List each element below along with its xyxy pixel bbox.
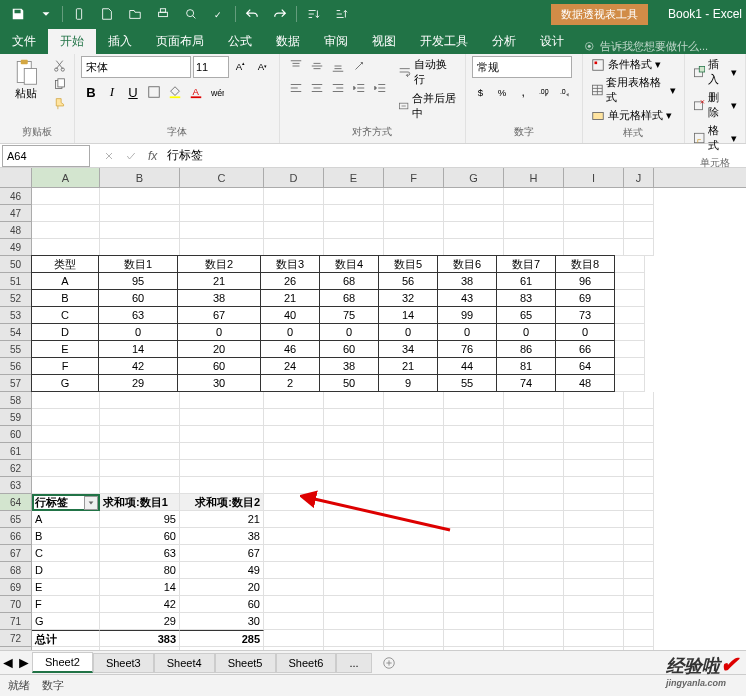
cell[interactable] bbox=[264, 545, 324, 562]
align-bottom-icon[interactable] bbox=[328, 56, 348, 76]
cell[interactable]: F bbox=[31, 357, 99, 375]
cell[interactable] bbox=[504, 426, 564, 443]
italic-button[interactable]: I bbox=[102, 82, 122, 102]
cell[interactable]: 20 bbox=[177, 340, 261, 358]
cell[interactable] bbox=[615, 341, 645, 358]
cell[interactable]: 44 bbox=[437, 357, 497, 375]
cell[interactable]: 46 bbox=[260, 340, 320, 358]
format-cells-button[interactable]: 格式 ▾ bbox=[691, 122, 739, 154]
cell[interactable]: 数目3 bbox=[260, 255, 320, 273]
cell[interactable] bbox=[564, 460, 624, 477]
row-header-64[interactable]: 64 bbox=[0, 494, 31, 511]
cell[interactable] bbox=[32, 409, 100, 426]
quick-print-icon[interactable] bbox=[149, 2, 177, 26]
cell[interactable]: 48 bbox=[555, 374, 615, 392]
cell[interactable] bbox=[615, 256, 645, 273]
cell[interactable]: 14 bbox=[378, 306, 438, 324]
add-sheet-icon[interactable] bbox=[378, 656, 400, 670]
cell[interactable] bbox=[324, 545, 384, 562]
cell[interactable]: 0 bbox=[98, 323, 178, 341]
cell[interactable]: 数目8 bbox=[555, 255, 615, 273]
col-header-A[interactable]: A bbox=[32, 168, 100, 187]
cell[interactable] bbox=[100, 460, 180, 477]
cell[interactable] bbox=[384, 579, 444, 596]
cell[interactable] bbox=[264, 494, 324, 511]
cell[interactable]: 42 bbox=[98, 357, 178, 375]
cell[interactable] bbox=[444, 511, 504, 528]
cell[interactable] bbox=[384, 392, 444, 409]
cell[interactable] bbox=[324, 528, 384, 545]
cell[interactable] bbox=[100, 392, 180, 409]
cell[interactable]: 14 bbox=[100, 579, 180, 596]
cell[interactable] bbox=[384, 494, 444, 511]
cell[interactable]: 0 bbox=[437, 323, 497, 341]
cell[interactable] bbox=[504, 613, 564, 630]
decrease-decimal-icon[interactable]: .0 bbox=[556, 82, 576, 102]
cell[interactable]: 38 bbox=[319, 357, 379, 375]
col-header-I[interactable]: I bbox=[564, 168, 624, 187]
col-header-G[interactable]: G bbox=[444, 168, 504, 187]
cell[interactable] bbox=[504, 494, 564, 511]
cell[interactable] bbox=[324, 596, 384, 613]
cell[interactable]: 30 bbox=[177, 374, 261, 392]
cell[interactable] bbox=[624, 613, 654, 630]
cell[interactable] bbox=[444, 545, 504, 562]
cell[interactable] bbox=[180, 188, 264, 205]
cell[interactable] bbox=[564, 545, 624, 562]
row-header-65[interactable]: 65 bbox=[0, 511, 31, 528]
cell[interactable] bbox=[444, 443, 504, 460]
row-header-59[interactable]: 59 bbox=[0, 409, 31, 426]
cell[interactable] bbox=[384, 426, 444, 443]
tab-review[interactable]: 审阅 bbox=[312, 29, 360, 54]
cell[interactable]: 34 bbox=[378, 340, 438, 358]
cell[interactable] bbox=[324, 494, 384, 511]
col-header-F[interactable]: F bbox=[384, 168, 444, 187]
row-header-68[interactable]: 68 bbox=[0, 562, 31, 579]
row-header-53[interactable]: 53 bbox=[0, 307, 31, 324]
select-all-corner[interactable] bbox=[0, 168, 32, 187]
row-header-55[interactable]: 55 bbox=[0, 341, 31, 358]
sheet-tab-sheet4[interactable]: Sheet4 bbox=[154, 653, 215, 673]
name-box[interactable] bbox=[2, 145, 90, 167]
cell[interactable] bbox=[384, 545, 444, 562]
cell[interactable]: 43 bbox=[437, 289, 497, 307]
row-header-67[interactable]: 67 bbox=[0, 545, 31, 562]
sheet-tab-sheet2[interactable]: Sheet2 bbox=[32, 652, 93, 673]
cell[interactable] bbox=[264, 562, 324, 579]
cell[interactable] bbox=[384, 460, 444, 477]
cell[interactable] bbox=[624, 188, 654, 205]
cell[interactable] bbox=[324, 426, 384, 443]
cell[interactable] bbox=[564, 188, 624, 205]
cell[interactable]: B bbox=[32, 528, 100, 545]
cell[interactable] bbox=[504, 596, 564, 613]
cell[interactable] bbox=[384, 562, 444, 579]
cell[interactable] bbox=[264, 630, 324, 647]
cell[interactable]: 68 bbox=[319, 289, 379, 307]
align-middle-icon[interactable] bbox=[307, 56, 327, 76]
cell[interactable]: 83 bbox=[496, 289, 556, 307]
cell[interactable] bbox=[32, 188, 100, 205]
cell[interactable] bbox=[384, 443, 444, 460]
cell[interactable] bbox=[615, 375, 645, 392]
cell[interactable] bbox=[615, 324, 645, 341]
border-button[interactable] bbox=[144, 82, 164, 102]
cell[interactable] bbox=[564, 562, 624, 579]
cell[interactable] bbox=[32, 239, 100, 256]
cell[interactable]: D bbox=[31, 323, 99, 341]
pivot-filter-dropdown-icon[interactable] bbox=[84, 496, 98, 510]
cell[interactable] bbox=[564, 443, 624, 460]
cell[interactable] bbox=[324, 392, 384, 409]
cell[interactable] bbox=[504, 222, 564, 239]
tab-view[interactable]: 视图 bbox=[360, 29, 408, 54]
cell[interactable] bbox=[324, 409, 384, 426]
cell[interactable]: 60 bbox=[180, 596, 264, 613]
cell[interactable] bbox=[504, 477, 564, 494]
cell[interactable] bbox=[504, 511, 564, 528]
tab-nav-next-icon[interactable]: ► bbox=[16, 653, 32, 673]
cell[interactable]: 40 bbox=[260, 306, 320, 324]
cell[interactable] bbox=[444, 562, 504, 579]
cell[interactable] bbox=[324, 460, 384, 477]
row-header-58[interactable]: 58 bbox=[0, 392, 31, 409]
cell[interactable] bbox=[564, 222, 624, 239]
cell[interactable]: 2 bbox=[260, 374, 320, 392]
